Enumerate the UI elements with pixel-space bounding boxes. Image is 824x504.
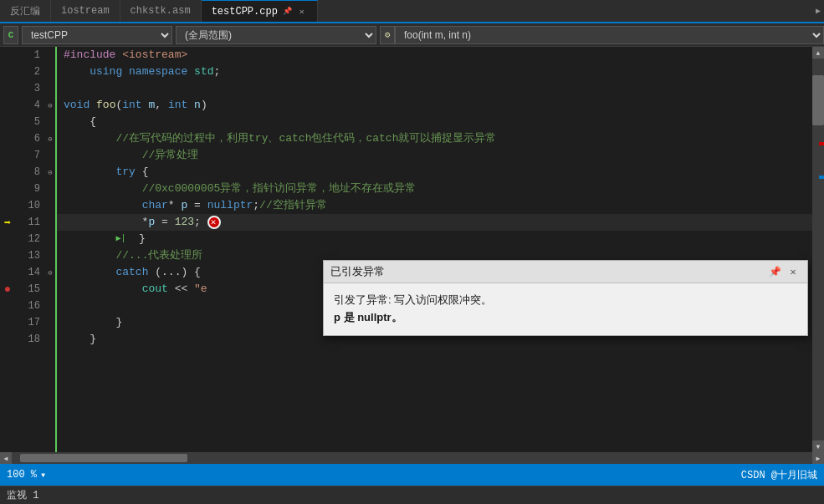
tab-testcpp[interactable]: testCPP.cpp 📌 ✕ (202, 0, 318, 22)
margin-8 (0, 164, 15, 181)
margin-18 (0, 331, 15, 348)
tab-iostream[interactable]: iostream (51, 0, 120, 22)
error-marker-icon: ✕ (207, 216, 221, 229)
toolbar-row: C testCPP (全局范围) ⚙ foo(int m, int n) (0, 23, 824, 47)
member-selector[interactable]: foo(int m, int n) (395, 26, 824, 44)
tab-iostream-label: iostream (61, 5, 110, 17)
fold-4[interactable]: ⊖ (45, 97, 55, 114)
fold-9 (45, 181, 55, 197)
popup-header: 已引发异常 📌 ✕ (324, 261, 807, 283)
zoom-control[interactable]: 100 % ▾ (7, 469, 46, 481)
margin-4 (0, 97, 15, 114)
line-num-3: 3 (15, 80, 40, 97)
margin-13 (0, 247, 15, 264)
margin-10 (0, 197, 15, 214)
line-num-5: 5 (15, 114, 40, 130)
line-num-12: 12 (15, 231, 40, 247)
exception-popup: 已引发异常 📌 ✕ 引发了异常: 写入访问权限冲突。 p 是 nullptr。 (323, 260, 808, 336)
tab-chkstk-label: chkstk.asm (131, 5, 191, 17)
popup-pin-button[interactable]: 📌 (767, 264, 782, 279)
margin-6 (0, 130, 15, 147)
code-line-2: using namespace std; (57, 64, 812, 80)
line-num-1: 1 (15, 47, 40, 64)
code-line-11: *p = 123; ✕ (57, 214, 812, 231)
pin-icon: 📌 (283, 7, 292, 16)
margin-9 (0, 181, 15, 197)
line-num-4: 4 (15, 97, 40, 114)
zoom-arrow-icon: ▾ (40, 469, 46, 481)
watch-bar: 监视 1 (0, 486, 824, 504)
margin-12 (0, 231, 15, 247)
tab-disasm[interactable]: 反汇编 (0, 0, 51, 22)
fold-8[interactable]: ⊖ (45, 164, 55, 181)
class-icon[interactable]: C (3, 26, 18, 44)
line-num-8: 8 (15, 164, 40, 181)
scroll-track (812, 59, 824, 440)
code-line-7: //异常处理 (57, 147, 812, 164)
scroll-up-button[interactable]: ▲ (812, 47, 824, 59)
h-scroll-thumb[interactable] (20, 454, 187, 462)
fold-7 (45, 147, 55, 164)
fold-17 (45, 314, 55, 331)
fold-6[interactable]: ⊖ (45, 130, 55, 147)
line-num-6: 6 (15, 130, 40, 147)
scroll-marker-current (819, 176, 824, 179)
status-watermark: CSDN @十月旧城 (741, 468, 817, 482)
fold-16 (45, 298, 55, 314)
fold-18 (45, 331, 55, 348)
line-num-17: 17 (15, 314, 40, 331)
popup-close-button[interactable]: ✕ (786, 264, 801, 279)
breakpoint-icon: ● (4, 283, 11, 296)
fold-10 (45, 197, 55, 214)
code-line-5: { (57, 114, 812, 130)
popup-title: 已引发异常 (330, 264, 385, 279)
fold-2 (45, 64, 55, 80)
code-line-9: //0xc0000005异常，指针访问异常，地址不存在或异常 (57, 181, 812, 197)
margin-11-exec: ➡ (0, 214, 15, 231)
scroll-thumb[interactable] (812, 75, 824, 125)
scroll-down-button[interactable]: ▼ (812, 440, 824, 452)
code-line-8: try { (57, 164, 812, 181)
margin-3 (0, 80, 15, 97)
code-line-4: void foo(int m, int n) (57, 97, 812, 114)
margin-17 (0, 314, 15, 331)
line-num-10: 10 (15, 197, 40, 214)
fold-12 (45, 231, 55, 247)
scope-selector[interactable]: (全局范围) (176, 26, 376, 44)
popup-body: 引发了异常: 写入访问权限冲突。 p 是 nullptr。 (324, 283, 807, 335)
editor-container: ➡ ● 1 2 3 4 5 6 7 8 9 10 11 12 13 (0, 47, 824, 452)
line-num-14: 14 (15, 264, 40, 281)
h-scroll-right-button[interactable]: ▶ (812, 452, 824, 464)
fold-5 (45, 114, 55, 130)
margin-2 (0, 64, 15, 80)
member-icon[interactable]: ⚙ (380, 26, 395, 44)
tab-chkstk[interactable]: chkstk.asm (120, 0, 202, 22)
close-tab-button[interactable]: ✕ (297, 6, 307, 18)
line-num-9: 9 (15, 181, 40, 197)
code-area[interactable]: #include <iostream> using namespace std;… (57, 47, 812, 452)
margin-5 (0, 114, 15, 130)
line-num-15: 15 (15, 281, 40, 298)
fold-13 (45, 247, 55, 264)
margin-14 (0, 264, 15, 281)
tab-scroll-right[interactable]: ▶ (812, 0, 824, 22)
margin-1 (0, 47, 15, 64)
line-num-18: 18 (15, 331, 40, 348)
fold-14[interactable]: ⊖ (45, 264, 55, 281)
fold-gutter: ⊖ ⊖ ⊖ ⊖ (45, 47, 57, 452)
execution-arrow-icon: ➡ (4, 216, 11, 230)
class-selector[interactable]: testCPP (22, 26, 172, 44)
line-num-13: 13 (15, 247, 40, 264)
tab-disasm-label: 反汇编 (10, 4, 40, 18)
h-scroll-left-button[interactable]: ◀ (0, 452, 12, 464)
h-scrollbar[interactable]: ◀ ▶ (0, 452, 824, 464)
ide-window: 反汇编 iostream chkstk.asm testCPP.cpp 📌 ✕ … (0, 0, 824, 504)
line-num-7: 7 (15, 147, 40, 164)
code-line-1: #include <iostream> (57, 47, 812, 64)
code-line-3 (57, 80, 812, 97)
status-bar: 100 % ▾ CSDN @十月旧城 (0, 464, 824, 486)
tab-testcpp-label: testCPP.cpp (212, 6, 278, 18)
popup-controls: 📌 ✕ (767, 264, 801, 279)
right-scrollbar[interactable]: ▲ ▼ (812, 47, 824, 452)
fold-3 (45, 80, 55, 97)
